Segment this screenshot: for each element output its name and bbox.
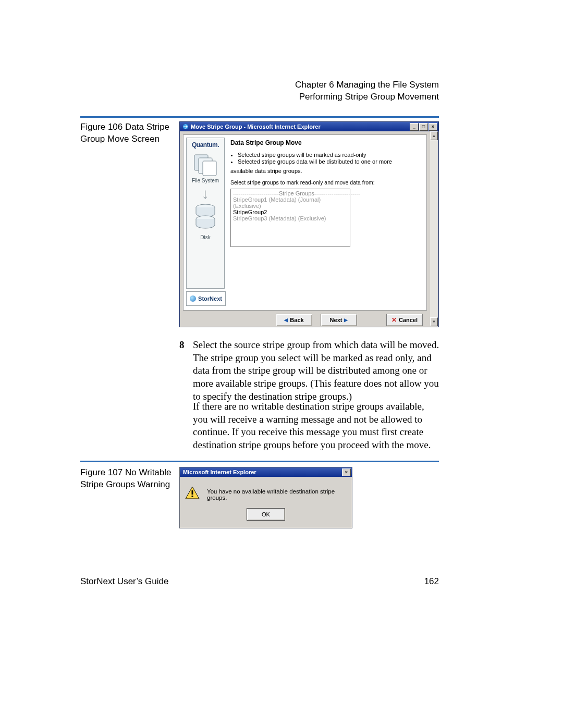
step-paragraph: If there are no writable destination str… <box>193 400 440 452</box>
warning-icon <box>185 486 200 500</box>
scroll-down-icon[interactable]: ▼ <box>430 317 438 326</box>
step-paragraph: Select the source stripe group from whic… <box>193 339 440 403</box>
footer-doc-title: StorNext User’s Guide <box>80 576 168 587</box>
dialog-titlebar[interactable]: Microsoft Internet Explorer × <box>180 467 352 477</box>
figure-106-caption: Figure 106 Data Stripe Group Move Screen <box>80 121 174 145</box>
svg-rect-6 <box>192 490 193 495</box>
disk-icon <box>194 203 217 233</box>
button-bar: ◀ Back Next ▶ ✕ Cancel <box>183 313 427 327</box>
x-icon: ✕ <box>391 316 397 324</box>
list-item[interactable]: StripeGroup1 (Metadata) (Journal) (Exclu… <box>233 196 348 209</box>
cancel-button-label: Cancel <box>399 317 418 323</box>
scroll-up-icon[interactable]: ▲ <box>430 131 438 140</box>
panel-title: Data Stripe Group Move <box>230 139 422 146</box>
stripe-group-listbox[interactable]: ------------------------Stripe Groups---… <box>230 189 350 247</box>
next-button-label: Next <box>330 317 342 323</box>
minimize-button[interactable]: _ <box>410 123 419 131</box>
bullet-list: Selected stripe groups will be marked as… <box>230 152 422 165</box>
close-button[interactable]: × <box>429 123 437 131</box>
content-card: Quantum. File System ↓ <box>183 134 427 311</box>
figure-107-dialog: Microsoft Internet Explorer × You have n… <box>179 467 352 528</box>
disk-label: Disk <box>200 235 210 240</box>
ok-button[interactable]: OK <box>247 508 285 521</box>
brand-logo: Quantum. <box>192 141 219 149</box>
ok-button-label: OK <box>262 511 270 517</box>
divider <box>80 461 439 462</box>
cancel-button[interactable]: ✕ Cancel <box>386 314 423 326</box>
dialog-title: Microsoft Internet Explorer <box>183 469 342 475</box>
list-item[interactable]: StripeGroup2 <box>233 209 348 215</box>
close-button[interactable]: × <box>342 468 351 476</box>
dialog-message: You have no available writable destinati… <box>207 486 347 501</box>
maximize-button[interactable]: □ <box>419 123 428 131</box>
arrow-down-icon: ↓ <box>202 187 209 201</box>
globe-icon <box>190 295 196 302</box>
next-button[interactable]: Next ▶ <box>321 314 357 326</box>
product-name: StorNext <box>198 295 222 302</box>
wizard-sidebar: Quantum. File System ↓ <box>186 138 225 289</box>
window-body: Quantum. File System ↓ <box>180 131 430 327</box>
stornext-logo: StorNext <box>186 291 226 306</box>
step-number: 8 <box>179 339 187 403</box>
figure-107-caption: Figure 107 No Writable Stripe Groups War… <box>80 467 174 491</box>
dialog-body: You have no available writable destinati… <box>180 477 352 528</box>
back-button[interactable]: ◀ Back <box>276 314 312 326</box>
step-8: 8 Select the source stripe group from wh… <box>179 339 440 403</box>
triangle-left-icon: ◀ <box>284 317 288 323</box>
list-item[interactable]: StripeGroup3 (Metadata) (Exclusive) <box>233 215 348 221</box>
instruction-text: Select stripe groups to mark read-only a… <box>230 179 422 186</box>
bullet-item: Selected stripe groups data will be dist… <box>238 158 422 165</box>
ie-icon <box>182 124 189 130</box>
triangle-right-icon: ▶ <box>344 317 348 323</box>
filesystem-label: File System <box>192 178 219 183</box>
main-panel: Data Stripe Group Move Selected stripe g… <box>230 139 422 247</box>
bullet-continuation: available data stripe groups. <box>230 168 422 174</box>
step-8-continued: If there are no writable destination str… <box>179 400 440 452</box>
window-titlebar[interactable]: Move Stripe Group - Microsoft Internet E… <box>180 122 438 131</box>
section-label: Performing Stripe Group Movement <box>295 91 439 103</box>
svg-rect-3 <box>203 161 216 176</box>
vertical-scrollbar[interactable]: ▲ ▼ <box>430 131 438 326</box>
divider <box>80 116 439 118</box>
bullet-item: Selected stripe groups will be marked as… <box>238 152 422 158</box>
window-title: Move Stripe Group - Microsoft Internet E… <box>191 124 410 130</box>
running-header: Chapter 6 Managing the File System Perfo… <box>295 79 439 103</box>
filesystem-icon <box>193 154 217 177</box>
listbox-header: ------------------------Stripe Groups---… <box>233 190 348 196</box>
svg-rect-7 <box>192 496 193 497</box>
page-number: 162 <box>424 576 439 587</box>
figure-106-window: Move Stripe Group - Microsoft Internet E… <box>179 121 439 327</box>
back-button-label: Back <box>290 317 303 323</box>
chapter-label: Chapter 6 Managing the File System <box>295 79 439 91</box>
